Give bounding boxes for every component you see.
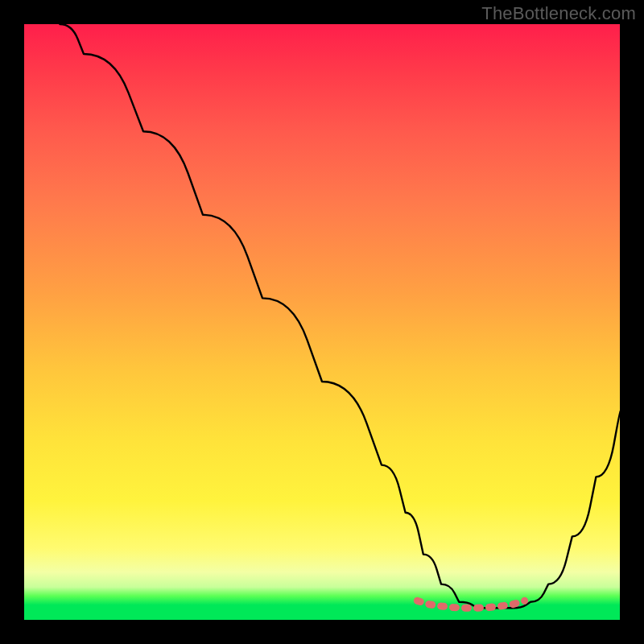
plot-area: [24, 24, 620, 620]
curve-layer: [24, 24, 620, 620]
main-curve: [60, 24, 620, 608]
chart-container: TheBottleneck.com: [0, 0, 644, 644]
watermark-text: TheBottleneck.com: [481, 3, 636, 24]
